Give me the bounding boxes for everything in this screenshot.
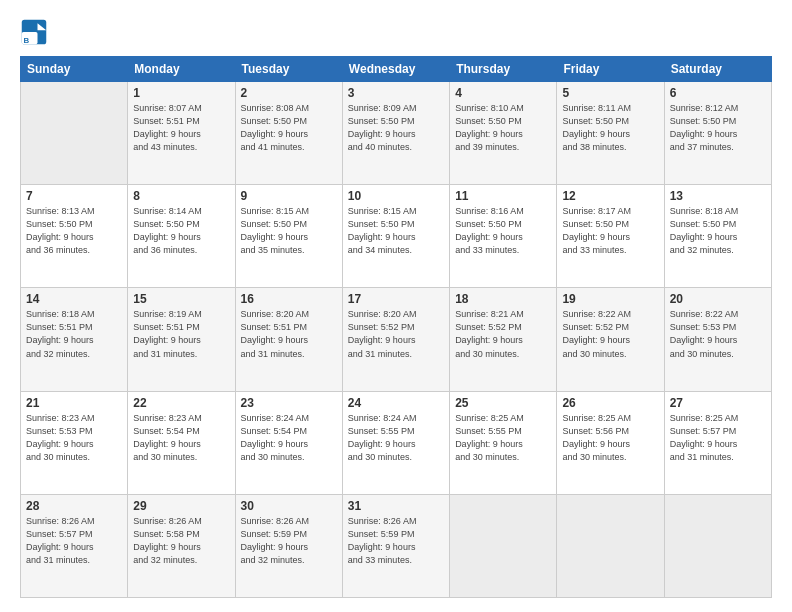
day-info: Sunrise: 8:24 AM Sunset: 5:55 PM Dayligh… bbox=[348, 412, 444, 464]
day-info: Sunrise: 8:19 AM Sunset: 5:51 PM Dayligh… bbox=[133, 308, 229, 360]
day-number: 23 bbox=[241, 396, 337, 410]
day-cell: 20Sunrise: 8:22 AM Sunset: 5:53 PM Dayli… bbox=[664, 288, 771, 391]
day-number: 24 bbox=[348, 396, 444, 410]
day-info: Sunrise: 8:26 AM Sunset: 5:58 PM Dayligh… bbox=[133, 515, 229, 567]
day-cell: 6Sunrise: 8:12 AM Sunset: 5:50 PM Daylig… bbox=[664, 82, 771, 185]
col-header-tuesday: Tuesday bbox=[235, 57, 342, 82]
day-info: Sunrise: 8:16 AM Sunset: 5:50 PM Dayligh… bbox=[455, 205, 551, 257]
day-info: Sunrise: 8:09 AM Sunset: 5:50 PM Dayligh… bbox=[348, 102, 444, 154]
day-cell: 7Sunrise: 8:13 AM Sunset: 5:50 PM Daylig… bbox=[21, 185, 128, 288]
day-info: Sunrise: 8:18 AM Sunset: 5:51 PM Dayligh… bbox=[26, 308, 122, 360]
day-number: 18 bbox=[455, 292, 551, 306]
day-number: 16 bbox=[241, 292, 337, 306]
day-number: 5 bbox=[562, 86, 658, 100]
day-info: Sunrise: 8:22 AM Sunset: 5:52 PM Dayligh… bbox=[562, 308, 658, 360]
day-info: Sunrise: 8:25 AM Sunset: 5:57 PM Dayligh… bbox=[670, 412, 766, 464]
day-number: 25 bbox=[455, 396, 551, 410]
col-header-sunday: Sunday bbox=[21, 57, 128, 82]
calendar-header-row: SundayMondayTuesdayWednesdayThursdayFrid… bbox=[21, 57, 772, 82]
day-cell: 21Sunrise: 8:23 AM Sunset: 5:53 PM Dayli… bbox=[21, 391, 128, 494]
day-info: Sunrise: 8:20 AM Sunset: 5:52 PM Dayligh… bbox=[348, 308, 444, 360]
day-number: 4 bbox=[455, 86, 551, 100]
day-number: 14 bbox=[26, 292, 122, 306]
week-row-2: 7Sunrise: 8:13 AM Sunset: 5:50 PM Daylig… bbox=[21, 185, 772, 288]
day-cell bbox=[664, 494, 771, 597]
day-info: Sunrise: 8:13 AM Sunset: 5:50 PM Dayligh… bbox=[26, 205, 122, 257]
day-cell: 8Sunrise: 8:14 AM Sunset: 5:50 PM Daylig… bbox=[128, 185, 235, 288]
svg-text:B: B bbox=[24, 36, 30, 45]
day-cell: 11Sunrise: 8:16 AM Sunset: 5:50 PM Dayli… bbox=[450, 185, 557, 288]
logo-icon: B bbox=[20, 18, 48, 46]
day-cell: 18Sunrise: 8:21 AM Sunset: 5:52 PM Dayli… bbox=[450, 288, 557, 391]
day-info: Sunrise: 8:17 AM Sunset: 5:50 PM Dayligh… bbox=[562, 205, 658, 257]
col-header-wednesday: Wednesday bbox=[342, 57, 449, 82]
day-number: 22 bbox=[133, 396, 229, 410]
day-number: 31 bbox=[348, 499, 444, 513]
day-number: 28 bbox=[26, 499, 122, 513]
day-cell: 30Sunrise: 8:26 AM Sunset: 5:59 PM Dayli… bbox=[235, 494, 342, 597]
day-info: Sunrise: 8:23 AM Sunset: 5:54 PM Dayligh… bbox=[133, 412, 229, 464]
day-info: Sunrise: 8:26 AM Sunset: 5:59 PM Dayligh… bbox=[348, 515, 444, 567]
logo: B bbox=[20, 18, 52, 46]
day-info: Sunrise: 8:26 AM Sunset: 5:59 PM Dayligh… bbox=[241, 515, 337, 567]
day-number: 2 bbox=[241, 86, 337, 100]
day-number: 15 bbox=[133, 292, 229, 306]
day-number: 3 bbox=[348, 86, 444, 100]
day-number: 19 bbox=[562, 292, 658, 306]
day-cell: 27Sunrise: 8:25 AM Sunset: 5:57 PM Dayli… bbox=[664, 391, 771, 494]
day-cell bbox=[557, 494, 664, 597]
day-cell: 5Sunrise: 8:11 AM Sunset: 5:50 PM Daylig… bbox=[557, 82, 664, 185]
day-cell: 1Sunrise: 8:07 AM Sunset: 5:51 PM Daylig… bbox=[128, 82, 235, 185]
page: B SundayMondayTuesdayWednesdayThursdayFr… bbox=[0, 0, 792, 612]
day-info: Sunrise: 8:11 AM Sunset: 5:50 PM Dayligh… bbox=[562, 102, 658, 154]
day-info: Sunrise: 8:18 AM Sunset: 5:50 PM Dayligh… bbox=[670, 205, 766, 257]
day-info: Sunrise: 8:20 AM Sunset: 5:51 PM Dayligh… bbox=[241, 308, 337, 360]
day-info: Sunrise: 8:22 AM Sunset: 5:53 PM Dayligh… bbox=[670, 308, 766, 360]
day-info: Sunrise: 8:14 AM Sunset: 5:50 PM Dayligh… bbox=[133, 205, 229, 257]
week-row-4: 21Sunrise: 8:23 AM Sunset: 5:53 PM Dayli… bbox=[21, 391, 772, 494]
day-cell: 25Sunrise: 8:25 AM Sunset: 5:55 PM Dayli… bbox=[450, 391, 557, 494]
day-cell: 29Sunrise: 8:26 AM Sunset: 5:58 PM Dayli… bbox=[128, 494, 235, 597]
week-row-1: 1Sunrise: 8:07 AM Sunset: 5:51 PM Daylig… bbox=[21, 82, 772, 185]
col-header-saturday: Saturday bbox=[664, 57, 771, 82]
day-cell: 3Sunrise: 8:09 AM Sunset: 5:50 PM Daylig… bbox=[342, 82, 449, 185]
day-number: 27 bbox=[670, 396, 766, 410]
week-row-3: 14Sunrise: 8:18 AM Sunset: 5:51 PM Dayli… bbox=[21, 288, 772, 391]
day-cell bbox=[21, 82, 128, 185]
day-number: 7 bbox=[26, 189, 122, 203]
day-info: Sunrise: 8:15 AM Sunset: 5:50 PM Dayligh… bbox=[241, 205, 337, 257]
header: B bbox=[20, 18, 772, 46]
day-number: 17 bbox=[348, 292, 444, 306]
day-cell: 28Sunrise: 8:26 AM Sunset: 5:57 PM Dayli… bbox=[21, 494, 128, 597]
col-header-friday: Friday bbox=[557, 57, 664, 82]
day-number: 11 bbox=[455, 189, 551, 203]
day-number: 8 bbox=[133, 189, 229, 203]
day-info: Sunrise: 8:15 AM Sunset: 5:50 PM Dayligh… bbox=[348, 205, 444, 257]
calendar-table: SundayMondayTuesdayWednesdayThursdayFrid… bbox=[20, 56, 772, 598]
col-header-thursday: Thursday bbox=[450, 57, 557, 82]
day-info: Sunrise: 8:07 AM Sunset: 5:51 PM Dayligh… bbox=[133, 102, 229, 154]
day-cell: 17Sunrise: 8:20 AM Sunset: 5:52 PM Dayli… bbox=[342, 288, 449, 391]
day-cell: 10Sunrise: 8:15 AM Sunset: 5:50 PM Dayli… bbox=[342, 185, 449, 288]
day-number: 9 bbox=[241, 189, 337, 203]
day-cell: 31Sunrise: 8:26 AM Sunset: 5:59 PM Dayli… bbox=[342, 494, 449, 597]
day-info: Sunrise: 8:25 AM Sunset: 5:55 PM Dayligh… bbox=[455, 412, 551, 464]
col-header-monday: Monday bbox=[128, 57, 235, 82]
day-cell: 2Sunrise: 8:08 AM Sunset: 5:50 PM Daylig… bbox=[235, 82, 342, 185]
day-number: 21 bbox=[26, 396, 122, 410]
day-info: Sunrise: 8:23 AM Sunset: 5:53 PM Dayligh… bbox=[26, 412, 122, 464]
day-info: Sunrise: 8:26 AM Sunset: 5:57 PM Dayligh… bbox=[26, 515, 122, 567]
day-info: Sunrise: 8:12 AM Sunset: 5:50 PM Dayligh… bbox=[670, 102, 766, 154]
day-cell: 16Sunrise: 8:20 AM Sunset: 5:51 PM Dayli… bbox=[235, 288, 342, 391]
day-cell: 24Sunrise: 8:24 AM Sunset: 5:55 PM Dayli… bbox=[342, 391, 449, 494]
day-info: Sunrise: 8:21 AM Sunset: 5:52 PM Dayligh… bbox=[455, 308, 551, 360]
day-cell: 19Sunrise: 8:22 AM Sunset: 5:52 PM Dayli… bbox=[557, 288, 664, 391]
day-info: Sunrise: 8:25 AM Sunset: 5:56 PM Dayligh… bbox=[562, 412, 658, 464]
day-cell: 12Sunrise: 8:17 AM Sunset: 5:50 PM Dayli… bbox=[557, 185, 664, 288]
day-number: 30 bbox=[241, 499, 337, 513]
week-row-5: 28Sunrise: 8:26 AM Sunset: 5:57 PM Dayli… bbox=[21, 494, 772, 597]
day-number: 12 bbox=[562, 189, 658, 203]
day-number: 20 bbox=[670, 292, 766, 306]
day-cell: 26Sunrise: 8:25 AM Sunset: 5:56 PM Dayli… bbox=[557, 391, 664, 494]
day-cell: 14Sunrise: 8:18 AM Sunset: 5:51 PM Dayli… bbox=[21, 288, 128, 391]
